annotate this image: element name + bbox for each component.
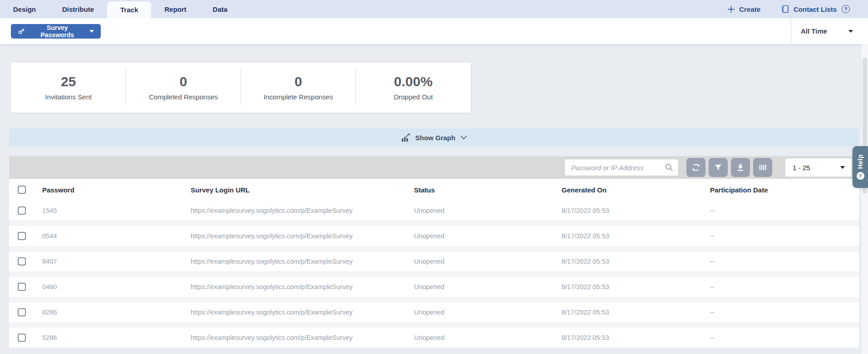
cell-generated-on: 8/17/2022 05:53 [559,283,708,290]
chevron-down-icon [89,30,94,33]
select-all-checkbox[interactable] [18,186,26,194]
columns-button[interactable] [753,158,772,177]
tab-report[interactable]: Report [151,0,199,18]
help-tab[interactable]: Help ? [853,146,868,188]
row-checkbox[interactable] [18,334,26,342]
table-row: 8407 https://examplesurvey.sogolytics.co… [9,251,859,271]
stat-label: Invitations Sent [45,93,92,101]
contact-lists-button[interactable]: Contact Lists ? [780,5,850,14]
cell-participation-date: -- [708,334,859,341]
tab-track[interactable]: Track [107,1,151,18]
refresh-button[interactable] [686,158,705,177]
stat-label: Completed Responses [149,93,218,101]
stat-value: 0.00% [394,75,433,88]
tab-distribute[interactable]: Distribute [49,0,107,18]
stat-value: 25 [61,75,76,88]
cell-password: 1545 [35,207,191,214]
stat-incomplete-responses: 0 Incomplete Responses [241,63,356,113]
table-row: 1545 https://examplesurvey.sogolytics.co… [9,201,859,221]
row-checkbox[interactable] [18,232,26,240]
chevron-down-icon [460,135,467,140]
column-header-generated-on: Generated On [559,186,708,194]
search-field [564,159,679,176]
stat-completed-responses: 0 Completed Responses [126,63,241,113]
filter-button[interactable] [709,158,728,177]
show-graph-toggle[interactable]: Show Graph [9,128,859,147]
cell-survey-login-url: https://examplesurvey.sogolytics.com/p/E… [191,258,409,265]
filter-icon [714,163,722,172]
cell-generated-on: 8/17/2022 05:53 [559,232,708,240]
cell-password: 8286 [35,309,191,316]
table-row: 0460 https://examplesurvey.sogolytics.co… [9,277,859,297]
row-checkbox[interactable] [18,283,26,291]
stat-label: Dropped Out [394,93,433,101]
stat-invitations-sent: 25 Invitations Sent [11,63,126,113]
bar-chart-icon [401,133,410,142]
download-icon [736,163,745,172]
time-filter-value: All Time [801,27,827,35]
download-button[interactable] [731,158,750,177]
cell-generated-on: 8/17/2022 05:53 [559,258,708,265]
table-body: 1545 https://examplesurvey.sogolytics.co… [9,201,859,348]
row-checkbox[interactable] [18,308,26,316]
stats-summary-card: 25 Invitations Sent 0 Completed Response… [11,63,471,113]
column-header-password: Password [35,186,191,194]
help-tab-label: Help [857,154,864,169]
cell-participation-date: -- [708,258,859,265]
passwords-table: Password Survey Login URL Status Generat… [9,179,859,348]
cell-survey-login-url: https://examplesurvey.sogolytics.com/p/E… [191,207,409,214]
create-button[interactable]: Create [727,5,760,13]
cell-password: 0460 [35,283,191,290]
column-header-status: Status [409,186,559,194]
refresh-icon [691,162,701,172]
row-checkbox[interactable] [18,206,26,215]
cell-survey-login-url: https://examplesurvey.sogolytics.com/p/E… [191,283,409,290]
create-label: Create [739,5,760,13]
stat-dropped-out: 0.00% Dropped Out [356,63,471,113]
table-row: 8286 https://examplesurvey.sogolytics.co… [9,302,859,322]
topnav-actions: Create Contact Lists ? [727,0,868,18]
tab-data[interactable]: Data [200,0,241,18]
survey-passwords-label: Survey Passwords [30,24,84,39]
cell-password: 8407 [35,258,191,265]
plus-icon [727,5,735,13]
cell-participation-date: -- [708,309,859,316]
chevron-down-icon [840,166,845,169]
cell-status: Unopened [409,334,559,341]
notebook-icon [780,5,789,14]
column-header-participation-date: Participation Date [708,186,859,194]
search-input[interactable] [564,159,679,176]
time-filter-dropdown[interactable]: All Time [791,18,861,44]
cell-status: Unopened [409,258,559,265]
row-checkbox[interactable] [18,257,26,266]
sub-header: Survey Passwords All Time [0,18,868,44]
main-content: 25 Invitations Sent 0 Completed Response… [0,63,868,348]
cell-survey-login-url: https://examplesurvey.sogolytics.com/p/E… [191,232,409,240]
survey-passwords-dropdown[interactable]: Survey Passwords [11,24,101,39]
table-row: 0544 https://examplesurvey.sogolytics.co… [9,226,859,246]
stat-label: Incomplete Responses [264,93,333,101]
cell-participation-date: -- [708,283,859,290]
pagination-range-value: 1 - 25 [793,164,810,172]
vertical-scrollbar [862,44,868,354]
help-circle-icon[interactable]: ? [842,5,850,13]
stat-value: 0 [295,75,302,88]
chevron-down-icon [848,30,853,33]
module-tabs: Design Distribute Track Report Data [0,0,241,18]
search-icon [665,163,674,172]
cell-status: Unopened [409,207,559,214]
cell-participation-date: -- [708,232,859,240]
tab-design[interactable]: Design [0,0,49,18]
cell-survey-login-url: https://examplesurvey.sogolytics.com/p/E… [191,309,409,316]
cell-status: Unopened [409,283,559,290]
cell-generated-on: 8/17/2022 05:53 [559,334,708,341]
stat-value: 0 [180,75,187,88]
cell-status: Unopened [409,309,559,316]
cell-survey-login-url: https://examplesurvey.sogolytics.com/p/E… [191,334,409,341]
pagination-range-dropdown[interactable]: 1 - 25 [785,158,852,177]
table-row: 5286 https://examplesurvey.sogolytics.co… [9,328,859,348]
cell-password: 0544 [35,232,191,240]
table-header-row: Password Survey Login URL Status Generat… [9,179,859,201]
cell-status: Unopened [409,232,559,240]
help-question-icon: ? [857,172,864,180]
